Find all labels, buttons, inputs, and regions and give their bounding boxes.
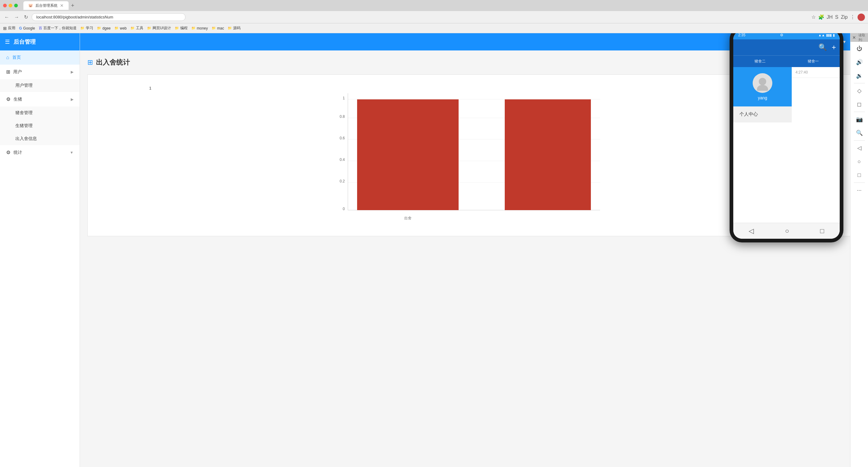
new-tab-button[interactable]: +	[71, 2, 74, 9]
phone-recents-nav[interactable]: □	[820, 227, 824, 235]
svg-rect-14	[505, 99, 591, 210]
sidebar-item-stats[interactable]: ⚙ 统计 ▼	[0, 145, 80, 160]
phone-username: yang	[758, 95, 767, 100]
rt-power-button[interactable]: ⏻	[853, 42, 866, 55]
bookmark-google[interactable]: G Google	[19, 26, 35, 30]
sidebar-user-label: 用户	[13, 69, 68, 75]
reload-button[interactable]: ↻	[23, 13, 29, 21]
rt-volume-down-button[interactable]: 🔉	[853, 69, 866, 82]
phone-search-icon[interactable]: 🔍	[818, 43, 827, 51]
bookmark-source-label: 源码	[233, 26, 241, 31]
sidebar-user-management-label: 用户管理	[16, 83, 33, 88]
phone-menu-profile[interactable]: 个人中心	[733, 106, 792, 122]
address-input[interactable]	[32, 13, 185, 21]
folder-icon-ui: 📁	[147, 26, 151, 30]
maximize-traffic-light[interactable]	[14, 4, 18, 7]
extensions-icon[interactable]: 🧩	[818, 14, 824, 20]
profile-icon[interactable]: JH	[827, 14, 833, 20]
forward-button[interactable]: →	[13, 13, 20, 21]
right-toolbar-close[interactable]: ✕	[852, 35, 856, 40]
camera-icon: 📷	[856, 116, 863, 123]
phone-profile-section: yang	[733, 67, 792, 106]
phone-avatar	[753, 73, 772, 93]
bookmark-mac[interactable]: 📁 mac	[212, 26, 224, 30]
phone-add-icon[interactable]: +	[832, 43, 836, 52]
bookmark-coding[interactable]: 📁 编程	[175, 26, 188, 31]
tab-bar: 🐷 后台管理系统 ✕ +	[23, 1, 865, 10]
more-icon: ···	[857, 187, 862, 193]
minimize-traffic-light[interactable]	[9, 4, 12, 7]
bookmark-coding-label: 编程	[180, 26, 188, 31]
svg-rect-13	[357, 99, 459, 210]
folder-icon-dgee: 📁	[97, 26, 101, 30]
rt-volume-up-button[interactable]: 🔊	[853, 56, 866, 68]
bookmark-tools[interactable]: 📁 工具	[130, 26, 143, 31]
phone-back-nav[interactable]: ◁	[749, 227, 754, 235]
sidebar-stats-label: 统计	[13, 150, 67, 155]
folder-icon-mac: 📁	[212, 26, 216, 30]
active-tab[interactable]: 🐷 后台管理系统 ✕	[23, 1, 69, 10]
sidebar-item-movement-info[interactable]: 出入舍信息	[0, 132, 80, 145]
phone-home-nav[interactable]: ○	[785, 227, 789, 235]
rt-more-button[interactable]: ···	[853, 184, 866, 196]
rt-eraser-button[interactable]: ◻	[853, 98, 866, 111]
close-traffic-light[interactable]	[3, 4, 7, 7]
pig-expand-icon: ▶	[71, 97, 73, 101]
rt-magnify-button[interactable]: 🔍	[853, 127, 866, 139]
rt-divider-3	[854, 140, 865, 141]
right-toolbar: ✕ 读取列: ⏻ 🔊 🔉 ◇ ◻ 📷 🔍	[850, 33, 868, 467]
user-expand-icon: ▶	[71, 70, 73, 74]
rt-camera-button[interactable]: 📷	[853, 113, 866, 126]
bookmark-web-label: web	[120, 26, 127, 30]
phone-screen: 2:35 ⚙ ▲▲ ▮▮▮ ▮ 🔍 +	[733, 33, 840, 239]
settings-icon[interactable]: ⋮	[850, 14, 855, 20]
bookmark-baidu[interactable]: 百 百度一下，你就知道	[39, 26, 76, 31]
bookmark-study[interactable]: 📁 学习	[80, 26, 93, 31]
back-button[interactable]: ←	[3, 13, 10, 21]
phone-content: yang 个人中心 4:27:40	[733, 67, 840, 223]
stats-expand-icon: ▼	[70, 150, 73, 155]
user-avatar[interactable]	[858, 13, 865, 21]
rt-divider-2	[854, 112, 865, 112]
rt-diamond-button[interactable]: ◇	[853, 85, 866, 97]
phone-status-time: 2:35	[738, 33, 745, 37]
folder-icon-study: 📁	[80, 26, 85, 30]
zip-icon[interactable]: Zip	[841, 14, 848, 20]
sidebar-header: ☰ 后台管理	[0, 33, 80, 51]
bookmarks-bar: ⊞ 应用 G Google 百 百度一下，你就知道 📁 学习 📁 dgee 📁 …	[0, 23, 868, 33]
home-circle-icon: ○	[858, 158, 861, 165]
sidebar-item-user-management[interactable]: 用户管理	[0, 79, 80, 92]
bookmark-web[interactable]: 📁 web	[115, 26, 127, 30]
rt-square-button[interactable]: □	[853, 169, 866, 181]
bookmark-google-label: Google	[23, 26, 35, 30]
bookmark-apps-label: 应用	[8, 26, 16, 31]
hamburger-icon[interactable]: ☰	[5, 38, 10, 45]
sidebar-pig-label: 生猪	[13, 97, 68, 102]
apps-grid-icon: ⊞	[3, 26, 7, 31]
bookmark-baidu-label: 百度一下，你就知道	[43, 26, 76, 31]
bookmark-money[interactable]: 📁 money	[191, 26, 208, 30]
profile2-icon[interactable]: S	[835, 14, 838, 20]
bookmark-ui[interactable]: 📁 网页UI设计	[147, 26, 171, 31]
sidebar-brand-title: 后台管理	[13, 38, 36, 45]
sidebar-item-user[interactable]: ⊞ 用户 ▶	[0, 65, 80, 79]
bookmark-apps[interactable]: ⊞ 应用	[3, 26, 16, 31]
svg-text:0.4: 0.4	[340, 157, 345, 162]
bookmark-icon[interactable]: ☆	[811, 14, 816, 20]
tab-close-icon[interactable]: ✕	[60, 3, 64, 8]
bookmark-dgee[interactable]: 📁 dgee	[97, 26, 111, 30]
phone-tab-pigpen2[interactable]: 猪舍二	[733, 56, 786, 67]
sidebar-item-pig-management[interactable]: 生猪管理	[0, 119, 80, 132]
sidebar-item-home[interactable]: ⌂ 首页	[0, 51, 80, 65]
sidebar-item-pigpen-management[interactable]: 猪舍管理	[0, 106, 80, 119]
rt-back-button[interactable]: ◁	[853, 142, 866, 154]
svg-text:0.8: 0.8	[340, 115, 345, 119]
bar-value-label: 1	[149, 86, 151, 90]
sidebar-pig-management-label: 生猪管理	[16, 123, 33, 129]
rt-home-button[interactable]: ○	[853, 155, 866, 168]
svg-point-16	[759, 78, 766, 85]
phone-tab-pigpen1[interactable]: 猪舍一	[786, 56, 840, 67]
sidebar-item-pig[interactable]: ⚙ 生猪 ▶	[0, 92, 80, 106]
bookmark-source[interactable]: 📁 源码	[227, 26, 241, 31]
folder-icon-money: 📁	[191, 26, 196, 30]
